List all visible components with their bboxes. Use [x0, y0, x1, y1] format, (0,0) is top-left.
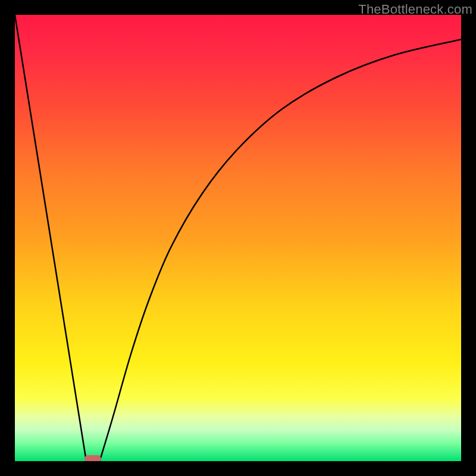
chart-frame: TheBottleneck.com	[0, 0, 476, 476]
curve-right-branch	[100, 39, 462, 461]
line-curve	[15, 15, 461, 461]
plot-area	[15, 15, 461, 461]
curve-left-branch	[15, 15, 86, 461]
watermark-label: TheBottleneck.com	[358, 2, 472, 17]
bottleneck-marker	[84, 455, 101, 461]
